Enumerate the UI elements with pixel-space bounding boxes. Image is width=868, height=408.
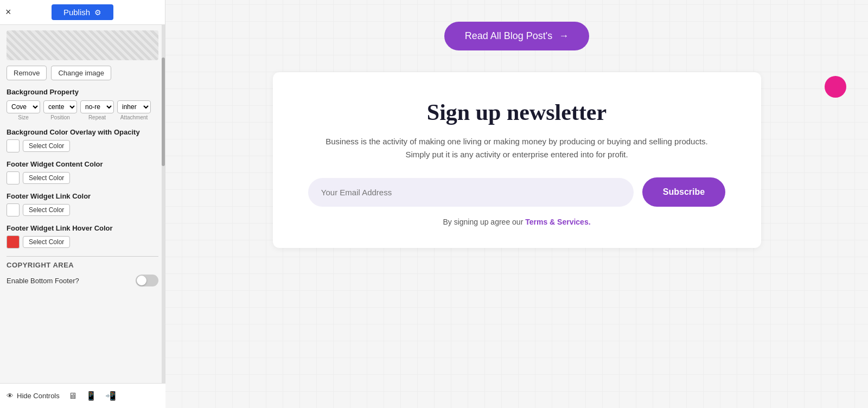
size-select[interactable]: Cove Contain Auto: [7, 100, 40, 113]
repeat-dropdown-cell: no-re repeat repeat-x Repeat: [80, 100, 114, 120]
position-select[interactable]: cente top bottom: [43, 100, 77, 113]
main-inner: Read All Blog Post's → Sign up newslette…: [165, 11, 868, 259]
footer-widget-content-section: Footer Widget Content Color Select Color: [7, 160, 158, 184]
footer-widget-link-select-button[interactable]: Select Color: [23, 204, 70, 216]
terms-link[interactable]: Terms & Services.: [525, 218, 590, 226]
bg-color-overlay-section: Background Color Overlay with Opacity Se…: [7, 128, 158, 152]
bg-color-select-button[interactable]: Select Color: [23, 140, 70, 152]
gear-icon: ⚙: [94, 8, 101, 17]
footer-widget-content-swatch[interactable]: [7, 171, 20, 184]
attachment-dropdown-cell: inher fixed scroll Attachment: [117, 100, 151, 120]
repeat-select[interactable]: no-re repeat repeat-x: [80, 100, 114, 113]
size-label: Size: [18, 114, 28, 120]
bg-property-heading: Background Property: [7, 88, 158, 96]
bottom-toolbar: 👁 Hide Controls 🖥 📱 📲: [0, 383, 165, 408]
arrow-icon: →: [559, 30, 569, 42]
section-divider: [7, 256, 158, 257]
copyright-area-label: COPYRIGHT AREA: [7, 261, 158, 269]
newsletter-description: Business is the activity of making one l…: [305, 135, 729, 161]
remove-button[interactable]: Remove: [7, 66, 47, 80]
repeat-label: Repeat: [88, 114, 106, 120]
position-dropdown-cell: cente top bottom Position: [43, 100, 77, 120]
image-action-row: Remove Change image: [7, 66, 158, 80]
footer-widget-content-select-button[interactable]: Select Color: [23, 172, 70, 184]
read-all-btn-label: Read All Blog Post's: [465, 30, 553, 42]
email-input[interactable]: [308, 178, 634, 207]
bg-image-preview: [7, 30, 158, 60]
enable-bottom-footer-toggle[interactable]: [136, 275, 158, 286]
top-bar: × Publish ⚙: [0, 0, 165, 25]
left-panel: × Publish ⚙ Remove Change image Backgrou…: [0, 0, 165, 408]
bg-color-overlay-label: Background Color Overlay with Opacity: [7, 128, 158, 136]
bg-color-picker-row: Select Color: [7, 139, 158, 152]
publish-button[interactable]: Publish ⚙: [52, 4, 113, 20]
subscribe-button[interactable]: Subscribe: [642, 177, 725, 207]
footer-widget-link-label: Footer Widget Link Color: [7, 192, 158, 200]
footer-widget-link-picker-row: Select Color: [7, 203, 158, 216]
attachment-select[interactable]: inher fixed scroll: [117, 100, 151, 113]
footer-widget-hover-picker-row: Select Color: [7, 235, 158, 248]
hide-controls-button[interactable]: 👁 Hide Controls: [7, 392, 60, 400]
panel-scrollbar-thumb[interactable]: [162, 58, 165, 166]
read-all-blog-posts-button[interactable]: Read All Blog Post's →: [444, 22, 590, 50]
footer-widget-content-picker-row: Select Color: [7, 171, 158, 184]
newsletter-form: Subscribe: [305, 177, 729, 207]
terms-prefix: By signing up agree our: [443, 218, 525, 226]
footer-widget-content-label: Footer Widget Content Color: [7, 160, 158, 168]
position-label: Position: [50, 114, 70, 120]
footer-widget-hover-select-button[interactable]: Select Color: [23, 236, 70, 248]
newsletter-desc-line1: Business is the activity of making one l…: [326, 137, 708, 146]
enable-bottom-footer-row: Enable Bottom Footer?: [7, 275, 158, 286]
pink-circle-decoration: [825, 76, 846, 98]
footer-widget-hover-label: Footer Widget Link Hover Color: [7, 224, 158, 232]
footer-widget-link-swatch[interactable]: [7, 203, 20, 216]
newsletter-title: Sign up newsletter: [305, 99, 729, 125]
panel-scrollbar: [162, 25, 165, 408]
footer-widget-hover-section: Footer Widget Link Hover Color Select Co…: [7, 224, 158, 248]
panel-scroll[interactable]: Remove Change image Background Property …: [0, 25, 165, 408]
enable-bottom-footer-label: Enable Bottom Footer?: [7, 277, 79, 285]
change-image-button[interactable]: Change image: [51, 66, 111, 80]
footer-widget-link-section: Footer Widget Link Color Select Color: [7, 192, 158, 216]
mobile-icon[interactable]: 📲: [105, 391, 116, 401]
hide-controls-label: Hide Controls: [17, 392, 60, 400]
attachment-label: Attachment: [120, 114, 148, 120]
publish-label: Publish: [63, 8, 90, 17]
close-icon[interactable]: ×: [5, 7, 11, 18]
newsletter-desc-line2: Simply put it is any activity or enterpr…: [405, 150, 628, 159]
size-dropdown-cell: Cove Contain Auto Size: [7, 100, 40, 120]
eye-icon: 👁: [7, 392, 14, 400]
bg-color-swatch[interactable]: [7, 139, 20, 152]
tablet-icon[interactable]: 📱: [86, 391, 97, 401]
bg-property-dropdowns: Cove Contain Auto Size cente top bottom …: [7, 100, 158, 120]
main-content: Read All Blog Post's → Sign up newslette…: [165, 0, 868, 408]
newsletter-section: Sign up newsletter Business is the activ…: [273, 72, 761, 248]
footer-widget-hover-swatch[interactable]: [7, 235, 20, 248]
terms-text: By signing up agree our Terms & Services…: [305, 218, 729, 226]
desktop-icon[interactable]: 🖥: [68, 391, 77, 401]
